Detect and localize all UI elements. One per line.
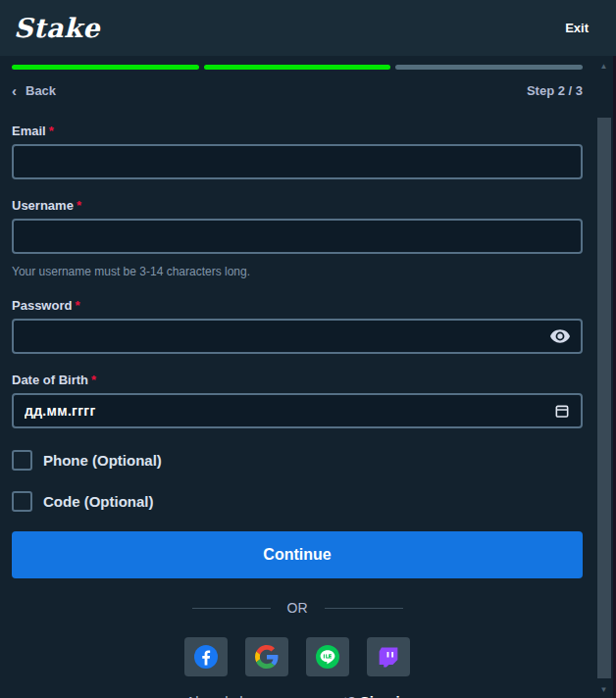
- line-icon: [316, 645, 339, 669]
- dob-field-group: Date of Birth*: [12, 373, 583, 428]
- footer-row: Already have an account? Sign in: [12, 693, 583, 698]
- dob-input[interactable]: [12, 393, 583, 428]
- header: Stake Exit: [0, 0, 616, 56]
- password-label: Password*: [12, 298, 583, 313]
- code-optional-checkbox-row[interactable]: Code (Optional): [12, 491, 583, 512]
- username-label: Username*: [12, 198, 583, 213]
- content: ‹ Back Step 2 / 3 Email* Username* Your …: [0, 65, 616, 698]
- username-field-group: Username* Your username must be 3-14 cha…: [12, 198, 583, 278]
- password-field-group: Password*: [12, 298, 583, 354]
- code-checkbox-label: Code (Optional): [43, 493, 154, 510]
- chevron-left-icon: ‹: [12, 83, 17, 98]
- required-asterisk: *: [77, 198, 81, 213]
- calendar-icon[interactable]: [554, 403, 570, 420]
- username-helper-text: Your username must be 3-14 characters lo…: [12, 265, 583, 278]
- username-input[interactable]: [12, 219, 583, 254]
- back-button[interactable]: ‹ Back: [12, 83, 56, 98]
- continue-button[interactable]: Continue: [12, 531, 583, 578]
- phone-checkbox[interactable]: [12, 450, 32, 471]
- required-asterisk: *: [75, 298, 79, 313]
- required-asterisk: *: [49, 124, 54, 138]
- google-icon: [255, 645, 279, 669]
- phone-optional-checkbox-row[interactable]: Phone (Optional): [12, 450, 583, 471]
- twitch-icon: [378, 646, 399, 668]
- code-checkbox[interactable]: [12, 491, 32, 512]
- step-indicator: Step 2 / 3: [527, 83, 583, 98]
- exit-button[interactable]: Exit: [565, 21, 589, 35]
- google-login-button[interactable]: [245, 637, 288, 676]
- progress-segment-3: [395, 65, 583, 70]
- scrollbar: ▲ ▼: [594, 59, 613, 696]
- facebook-login-button[interactable]: [184, 637, 228, 676]
- divider-line: [192, 608, 271, 609]
- twitch-login-button[interactable]: [367, 637, 410, 676]
- facebook-icon: [194, 645, 218, 669]
- nav-row: ‹ Back Step 2 / 3: [12, 83, 583, 98]
- scrollbar-thumb[interactable]: [597, 118, 611, 678]
- required-asterisk: *: [91, 373, 96, 387]
- progress-segment-2: [204, 65, 391, 70]
- email-input[interactable]: [12, 144, 583, 179]
- back-label: Back: [26, 83, 56, 98]
- or-divider: OR: [12, 600, 583, 616]
- or-label: OR: [287, 600, 308, 616]
- line-login-button[interactable]: [306, 637, 349, 676]
- progress-segment-1: [12, 65, 199, 70]
- stake-logo[interactable]: Stake: [14, 13, 100, 43]
- scrollbar-up-arrow-icon[interactable]: ▲: [594, 61, 613, 73]
- scrollbar-down-arrow-icon[interactable]: ▼: [594, 684, 613, 696]
- eye-icon[interactable]: [550, 329, 570, 343]
- registration-modal: Stake Exit ‹ Back Step 2 / 3 Email*: [0, 0, 616, 698]
- social-login-row: [12, 637, 583, 676]
- dob-label: Date of Birth*: [12, 373, 583, 387]
- password-input[interactable]: [12, 319, 583, 354]
- email-field-group: Email*: [12, 124, 583, 179]
- phone-checkbox-label: Phone (Optional): [43, 452, 162, 469]
- sign-in-link[interactable]: Sign in: [360, 693, 409, 698]
- divider-line: [325, 608, 403, 609]
- progress-bar: [12, 65, 583, 70]
- email-label: Email*: [12, 124, 583, 138]
- signin-prompt: Already have an account?: [185, 693, 355, 698]
